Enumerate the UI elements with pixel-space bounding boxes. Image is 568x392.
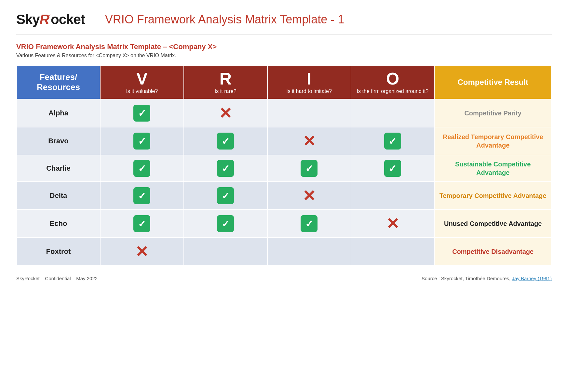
row-r [184,238,267,266]
row-r: ✓ [184,127,267,155]
th-v-letter: V [104,70,180,87]
footer-right-text: Source : Skyrocket, Timothée Demoures, [422,276,510,281]
row-v: ✓ [100,182,184,210]
table-row: Delta✓✓✕Temporary Competitive Advantage [17,182,551,210]
row-r: ✕ [184,99,267,127]
footer-right: Source : Skyrocket, Timothée Demoures, J… [422,276,552,281]
cross-icon: ✕ [303,132,316,150]
row-name: Foxtrot [17,238,100,266]
row-i [267,238,351,266]
row-result: Sustainable Competitive Advantage [434,155,551,182]
row-r: ✓ [184,210,267,238]
row-name: Bravo [17,127,100,155]
result-text: Unused Competitive Advantage [444,220,542,227]
logo: SkyR´ocket [16,12,85,27]
subtitle-title: VRIO Framework Analysis Matrix Template … [16,43,552,51]
th-r-sub: Is it rare? [187,88,264,94]
th-r-letter: R [187,70,264,87]
row-result: Competitive Disadvantage [434,238,551,266]
logo-r: R [40,12,49,27]
check-icon: ✓ [133,187,150,204]
table-row: Foxtrot✕Competitive Disadvantage [17,238,551,266]
row-o [351,99,435,127]
logo-sky: Sky [16,12,40,27]
table-row: Alpha✓✕Competitive Parity [17,99,551,127]
row-name: Charlie [17,155,100,182]
cross-icon: ✕ [219,104,232,122]
check-icon: ✓ [133,133,150,150]
row-result: Unused Competitive Advantage [434,210,551,238]
row-o: ✓ [351,155,435,182]
th-i-sub: Is it hard to imitate? [271,88,347,94]
check-icon: ✓ [217,133,234,150]
th-v-sub: Is it valuable? [104,88,180,94]
th-result: Competitive Result [434,65,551,99]
th-features: Features/Resources [17,65,100,99]
row-o [351,182,435,210]
check-icon: ✓ [133,160,150,177]
row-name: Delta [17,182,100,210]
th-i: I Is it hard to imitate? [267,65,351,99]
row-i: ✓ [267,155,351,182]
vrio-matrix-table: Features/Resources V Is it valuable? R I… [16,65,552,266]
row-o: ✕ [351,210,435,238]
subtitle-section: VRIO Framework Analysis Matrix Template … [16,43,552,59]
result-text: Competitive Parity [464,110,521,117]
page-title: VRIO Framework Analysis Matrix Template … [105,13,345,26]
th-features-label: Features/Resources [37,72,80,92]
check-icon: ✓ [217,160,234,177]
result-text: Competitive Disadvantage [452,248,534,255]
result-text: Temporary Competitive Advantage [440,192,547,199]
check-icon: ✓ [217,215,234,232]
footer: SkyRocket – Confidential – May 2022 Sour… [16,276,552,281]
th-o-letter: O [355,70,431,87]
th-o: O Is the firm organized around it? [351,65,435,99]
row-result: Competitive Parity [434,99,551,127]
row-name: Alpha [17,99,100,127]
check-icon: ✓ [301,215,318,232]
cross-icon: ✕ [386,215,399,233]
result-text: Sustainable Competitive Advantage [455,161,531,176]
row-result: Realized Temporary Competitive Advantage [434,127,551,155]
check-icon: ✓ [217,187,234,204]
page-header: SkyR´ocket VRIO Framework Analysis Matri… [16,10,552,34]
subtitle-desc: Various Features & Resources for <Compan… [16,53,552,59]
footer-left: SkyRocket – Confidential – May 2022 [16,276,98,281]
check-icon: ✓ [133,215,150,232]
table-row: Echo✓✓✓✕Unused Competitive Advantage [17,210,551,238]
row-v: ✕ [100,238,184,266]
row-i: ✕ [267,182,351,210]
row-r: ✓ [184,155,267,182]
row-o [351,238,435,266]
table-row: Charlie✓✓✓✓Sustainable Competitive Advan… [17,155,551,182]
logo-ocket: ocket [51,12,85,27]
th-i-letter: I [271,70,347,87]
result-text: Realized Temporary Competitive Advantage [443,133,543,149]
row-v: ✓ [100,127,184,155]
row-v: ✓ [100,210,184,238]
check-icon: ✓ [133,105,150,122]
row-v: ✓ [100,155,184,182]
row-i: ✓ [267,210,351,238]
header-divider [95,10,95,29]
row-result: Temporary Competitive Advantage [434,182,551,210]
check-icon: ✓ [384,160,401,177]
row-o: ✓ [351,127,435,155]
cross-icon: ✕ [303,187,316,205]
cross-icon: ✕ [135,242,148,261]
check-icon: ✓ [301,160,318,177]
th-r: R Is it rare? [184,65,267,99]
th-v: V Is it valuable? [100,65,184,99]
row-name: Echo [17,210,100,238]
th-o-sub: Is the firm organized around it? [355,88,431,94]
check-icon: ✓ [384,133,401,150]
footer-link[interactable]: Jay Barney (1991) [512,276,552,281]
row-v: ✓ [100,99,184,127]
row-i: ✕ [267,127,351,155]
row-r: ✓ [184,182,267,210]
row-i [267,99,351,127]
table-row: Bravo✓✓✕✓Realized Temporary Competitive … [17,127,551,155]
